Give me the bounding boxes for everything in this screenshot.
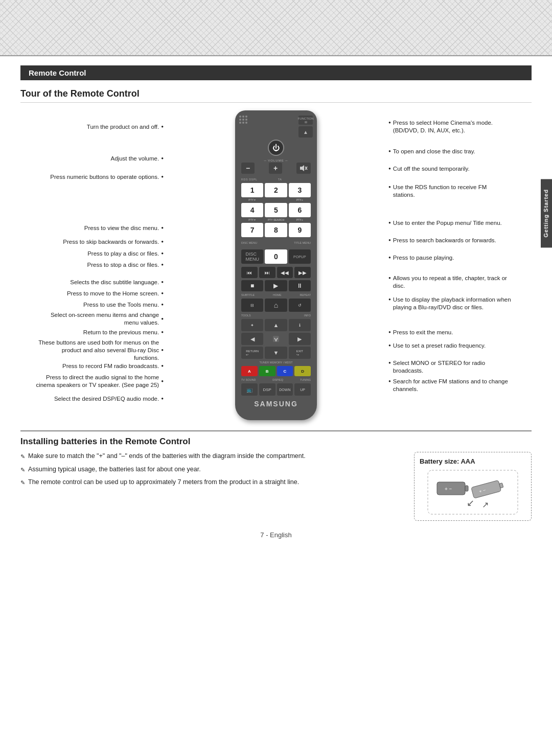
- remote-dots: [239, 116, 247, 124]
- ann-left-2: Adjust the volume.: [51, 155, 164, 163]
- transport-row: ⏮ ⏭ ◀◀ ▶▶: [241, 267, 311, 278]
- ann-right-2: To open and close the disc tray.: [388, 148, 501, 155]
- ann-left-3: Press numeric buttons to operate options…: [41, 173, 164, 181]
- tv-sound-button[interactable]: 📺: [241, 383, 258, 396]
- info-button[interactable]: ℹ: [289, 319, 311, 331]
- battery-box: Battery size: AAA + − + − ↙ ↗: [414, 452, 532, 521]
- tv-row: 📺 DSP DOWN UP: [241, 383, 311, 396]
- svg-text:↙: ↙: [467, 498, 474, 508]
- ann-left-11: Select on-screen menu items and change m…: [41, 311, 164, 327]
- num-2-button[interactable]: 2: [265, 183, 287, 197]
- ann-left-14: Press to record FM radio broadcasts.: [41, 362, 164, 370]
- ok-button[interactable]: [265, 333, 287, 345]
- color-c-button[interactable]: C: [277, 366, 293, 376]
- ann-right-3: Cut off the sound temporarily.: [388, 165, 501, 173]
- num-5-button[interactable]: 5PTY SEARCH: [265, 203, 287, 217]
- bullet-icon-3: ✎: [20, 479, 25, 487]
- ann-right-8: Allows you to repeat a title, chapter, t…: [388, 274, 511, 290]
- volume-down-button[interactable]: −: [241, 163, 255, 174]
- ann-left-16: Select the desired DSP/EQ audio mode.: [46, 395, 164, 403]
- subtitle-button[interactable]: ⊟: [241, 299, 263, 312]
- fwd-button[interactable]: ▶▶: [294, 267, 311, 278]
- function-button[interactable]: FUNCTION⊞: [298, 116, 313, 125]
- dpad-right-button[interactable]: ▶: [289, 333, 311, 345]
- ann-left-4: Press to view the disc menu.: [41, 224, 164, 232]
- num-1-button[interactable]: 1PTY▼: [241, 183, 263, 197]
- tuning-up-button[interactable]: UP: [294, 383, 311, 396]
- popup-button[interactable]: POPUP: [289, 249, 311, 264]
- bullet-icon-1: ✎: [20, 453, 25, 461]
- section-title: Remote Control: [29, 68, 86, 77]
- svg-text:↗: ↗: [482, 500, 489, 509]
- mute-button[interactable]: [296, 163, 311, 174]
- remote-control: FUNCTION⊞ ▲ ⏻ ─ VOLUME ─ − +: [235, 110, 317, 420]
- play-button[interactable]: ▶: [265, 280, 287, 291]
- ann-left-15: Press to direct the audio signal to the …: [36, 374, 164, 389]
- ann-left-10: Press to use the Tools menu.: [46, 301, 164, 309]
- return-button[interactable]: RETURN↩: [241, 347, 263, 359]
- ann-right-11: Use to set a preset radio frequency.: [388, 342, 511, 350]
- side-tab: Getting Started: [541, 179, 552, 247]
- installing-content: ✎ Make sure to match the "+" and "–" end…: [20, 452, 532, 521]
- play-row: ■ ▶ ⏸: [241, 280, 311, 291]
- home-button[interactable]: ⌂: [265, 299, 287, 312]
- pause-button[interactable]: ⏸: [289, 280, 311, 291]
- color-d-button[interactable]: D: [294, 366, 311, 376]
- installing-section: Installing batteries in the Remote Contr…: [20, 430, 532, 521]
- dpad-area: ✦ ▲ ℹ ◀ ▶ RETURN↩ ▼: [241, 319, 311, 359]
- tour-heading: Tour of the Remote Control: [20, 88, 532, 103]
- language: English: [270, 531, 292, 539]
- number-grid: 1PTY▼ 2 3PTY+ 4PTY▼ 5PTY SEARCH 6PTY+ 7 …: [241, 183, 311, 237]
- svg-rect-7: [465, 486, 468, 491]
- disc-menu-button[interactable]: DISCMENU: [241, 249, 263, 264]
- ann-left-5: Press to skip backwards or forwards.: [41, 238, 164, 246]
- exit-button[interactable]: EXIT↪: [289, 347, 311, 359]
- zero-popup-row: DISCMENU 0 POPUP: [241, 249, 311, 264]
- color-b-button[interactable]: B: [259, 366, 275, 376]
- stop-button[interactable]: ■: [241, 280, 263, 291]
- eject-button[interactable]: ▲: [298, 126, 313, 138]
- svg-text:+  −: + −: [445, 486, 452, 492]
- dpad-up-button[interactable]: ▲: [265, 319, 287, 331]
- right-annotations: Press to select Home Cinema's mode. (BD/…: [388, 108, 537, 420]
- tuning-down-button[interactable]: DOWN: [277, 383, 293, 396]
- repeat-button[interactable]: ↺: [289, 299, 311, 312]
- bullet-item-1: ✎ Make sure to match the "+" and "–" end…: [20, 452, 404, 461]
- tools-button[interactable]: ✦: [241, 319, 263, 331]
- ann-left-13: These buttons are used both for menus on…: [36, 339, 164, 362]
- main-content: Turn the product on and off. Adjust the …: [15, 108, 537, 420]
- num-4-button[interactable]: 4PTY▼: [241, 203, 263, 217]
- ann-left-6: Press to play a disc or files.: [41, 250, 164, 258]
- prev-button[interactable]: ⏮: [241, 267, 258, 278]
- next-button[interactable]: ⏭: [259, 267, 275, 278]
- num-0-button[interactable]: 0: [265, 249, 287, 264]
- bullet-icon-2: ✎: [20, 466, 25, 474]
- color-buttons-row: A B C D: [241, 366, 311, 376]
- left-annotations: Turn the product on and off. Adjust the …: [15, 108, 164, 420]
- ann-left-9: Press to move to the Home screen.: [41, 290, 164, 297]
- bullet-item-3: ✎ The remote control can be used up to a…: [20, 478, 404, 487]
- special-row: ⊟ ⌂ ↺: [241, 299, 311, 312]
- bullet-list: ✎ Make sure to match the "+" and "–" end…: [20, 452, 404, 521]
- num-8-button[interactable]: 8: [265, 223, 287, 237]
- svg-marker-0: [300, 165, 304, 171]
- num-6-button[interactable]: 6PTY+: [289, 203, 311, 217]
- ann-left-12: Return to the previous menu.: [46, 329, 164, 336]
- battery-illustration: + − + − ↙ ↗: [427, 469, 519, 515]
- num-7-button[interactable]: 7: [241, 223, 263, 237]
- ann-left-1: Turn the product on and off.: [31, 123, 164, 131]
- color-a-button[interactable]: A: [241, 366, 258, 376]
- num-9-button[interactable]: 9: [289, 223, 311, 237]
- dpad-down-button[interactable]: ▼: [265, 347, 287, 359]
- rew-button[interactable]: ◀◀: [277, 267, 293, 278]
- power-button[interactable]: ⏻: [268, 140, 284, 156]
- ann-right-5: Use to enter the Popup menu/ Title menu.: [388, 219, 506, 227]
- num-3-button[interactable]: 3PTY+: [289, 183, 311, 197]
- ann-right-13: Search for active FM stations and to cha…: [388, 378, 511, 393]
- dpad-left-button[interactable]: ◀: [241, 333, 263, 345]
- ann-left-7: Press to stop a disc or files.: [41, 261, 164, 269]
- footer: 7 - English: [0, 531, 552, 549]
- volume-up-button[interactable]: +: [269, 163, 282, 174]
- ann-right-1: Press to select Home Cinema's mode. (BD/…: [388, 119, 516, 134]
- dsp-eq-button[interactable]: DSP: [259, 383, 275, 396]
